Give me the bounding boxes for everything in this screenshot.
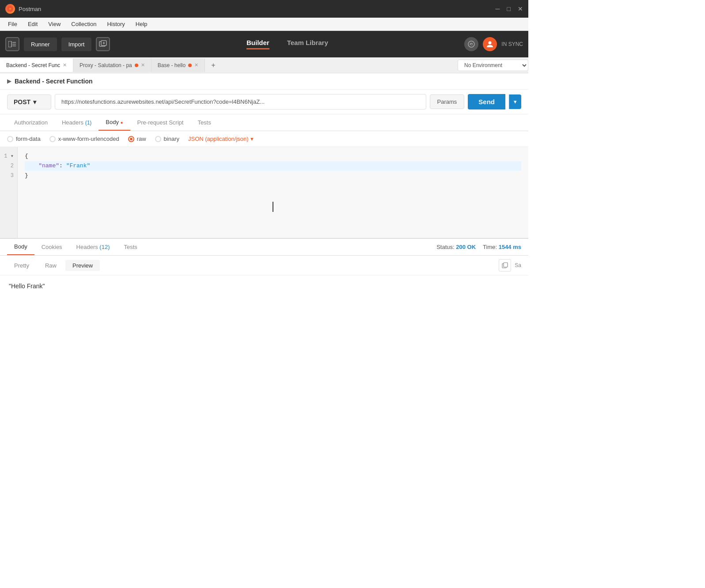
collection-arrow-icon[interactable]: ▶ bbox=[7, 78, 11, 84]
send-dropdown-button[interactable]: ▾ bbox=[509, 94, 521, 109]
radio-urlencoded[interactable]: x-www-form-urlencoded bbox=[49, 136, 119, 142]
response-area: Body Cookies Headers (12) Tests Status: … bbox=[0, 238, 528, 297]
tab-proxy[interactable]: Proxy - Salutation - pa ✕ bbox=[73, 59, 152, 72]
radio-raw[interactable]: raw bbox=[128, 136, 146, 142]
cursor-area: | bbox=[25, 181, 521, 234]
colon: : bbox=[59, 162, 66, 169]
tab-headers[interactable]: Headers (1) bbox=[55, 115, 99, 130]
resp-pretty-tab[interactable]: Pretty bbox=[7, 260, 36, 271]
code-line-1: { bbox=[25, 151, 521, 161]
tab-proxy-label: Proxy - Salutation - pa bbox=[80, 62, 132, 68]
import-button[interactable]: Import bbox=[61, 38, 92, 51]
titlebar-left: Postman bbox=[5, 4, 41, 14]
radio-form-data[interactable]: form-data bbox=[7, 136, 41, 142]
toolbar-right: IN SYNC bbox=[464, 37, 523, 51]
binary-label: binary bbox=[164, 136, 179, 142]
url-input[interactable] bbox=[55, 94, 426, 109]
send-button[interactable]: Send bbox=[468, 94, 505, 109]
toolbar-nav: Builder Team Library bbox=[114, 39, 460, 49]
code-line-3: } bbox=[25, 171, 521, 181]
new-tab-button[interactable] bbox=[96, 37, 110, 51]
request-row: POST ▾ Params Send ▾ bbox=[0, 90, 528, 114]
tab-proxy-close[interactable]: ✕ bbox=[141, 62, 145, 68]
radio-raw-dot bbox=[128, 136, 134, 142]
sidebar-toggle-button[interactable] bbox=[5, 37, 19, 51]
tab-body[interactable]: Body ● bbox=[99, 114, 130, 131]
resp-tab-headers[interactable]: Headers (12) bbox=[69, 239, 117, 255]
code-editor[interactable]: 1 ▾ 2 3 { "name": "Frank" } | bbox=[0, 147, 528, 238]
body-options: form-data x-www-form-urlencoded raw bina… bbox=[0, 131, 528, 147]
resp-body-tabs: Pretty Raw Preview Sa bbox=[0, 256, 528, 275]
tabs-row: Backend - Secret Func ✕ Proxy - Salutati… bbox=[0, 57, 528, 73]
menu-history[interactable]: History bbox=[102, 19, 129, 29]
radio-urlencoded-dot bbox=[49, 136, 56, 142]
sync-icon[interactable] bbox=[464, 37, 478, 51]
menu-collection[interactable]: Collection bbox=[67, 19, 101, 29]
add-tab-button[interactable]: + bbox=[205, 58, 221, 73]
line-arrow-icon: ▾ bbox=[11, 153, 14, 159]
maximize-button[interactable]: □ bbox=[507, 6, 511, 12]
tab-base-close[interactable]: ✕ bbox=[194, 62, 198, 68]
svg-rect-1 bbox=[8, 41, 11, 47]
method-select[interactable]: POST ▾ bbox=[7, 94, 51, 109]
tab-pre-request[interactable]: Pre-request Script bbox=[130, 115, 191, 130]
postman-logo bbox=[5, 4, 15, 14]
tab-base[interactable]: Base - hello ✕ bbox=[152, 59, 205, 72]
status-label: Status: 200 OK bbox=[436, 244, 476, 250]
json-type-dropdown-icon: ▾ bbox=[250, 136, 254, 142]
line-number-2: 2 bbox=[4, 161, 14, 171]
tab-base-dot bbox=[188, 64, 192, 67]
code-value: "Frank" bbox=[66, 162, 91, 169]
app-title: Postman bbox=[19, 6, 41, 12]
minimize-button[interactable]: ─ bbox=[496, 6, 500, 12]
copy-button[interactable] bbox=[499, 259, 511, 271]
tab-authorization[interactable]: Authorization bbox=[7, 115, 55, 130]
menu-view[interactable]: View bbox=[44, 19, 65, 29]
code-line-2: "name": "Frank" bbox=[25, 161, 521, 171]
headers-badge: (1) bbox=[85, 120, 92, 126]
resp-headers-badge: (12) bbox=[99, 244, 110, 250]
raw-label: raw bbox=[137, 136, 146, 142]
menu-help[interactable]: Help bbox=[131, 19, 152, 29]
tab-backend[interactable]: Backend - Secret Func ✕ bbox=[0, 59, 73, 72]
svg-point-10 bbox=[489, 41, 492, 45]
resp-tab-tests[interactable]: Tests bbox=[117, 239, 144, 255]
resp-tab-body[interactable]: Body bbox=[7, 239, 34, 255]
menu-edit[interactable]: Edit bbox=[23, 19, 42, 29]
save-label[interactable]: Sa bbox=[515, 262, 521, 268]
tab-proxy-dot bbox=[135, 64, 138, 67]
tab-base-label: Base - hello bbox=[158, 62, 186, 68]
runner-button[interactable]: Runner bbox=[24, 38, 57, 51]
close-button[interactable]: ✕ bbox=[518, 6, 523, 12]
text-cursor-icon: | bbox=[270, 202, 276, 212]
user-avatar[interactable] bbox=[483, 37, 497, 51]
json-type-select[interactable]: JSON (application/json) ▾ bbox=[188, 136, 254, 142]
status-value: 200 OK bbox=[456, 244, 476, 250]
collection-name: Backend - Secret Function bbox=[15, 78, 93, 85]
svg-rect-12 bbox=[504, 263, 508, 267]
opening-brace: { bbox=[25, 153, 28, 159]
tab-tests[interactable]: Tests bbox=[190, 115, 218, 130]
closing-brace: } bbox=[25, 172, 28, 179]
time-value: 1544 ms bbox=[499, 244, 521, 250]
environment-select[interactable]: No Environment bbox=[458, 60, 528, 71]
code-content[interactable]: { "name": "Frank" } | bbox=[18, 147, 528, 238]
method-label: POST bbox=[14, 98, 30, 106]
resp-preview-tab[interactable]: Preview bbox=[65, 260, 100, 271]
radio-binary[interactable]: binary bbox=[155, 136, 179, 142]
code-key: "name" bbox=[38, 162, 59, 169]
tab-backend-close[interactable]: ✕ bbox=[63, 62, 67, 68]
line-number-1: 1 ▾ bbox=[4, 151, 14, 161]
params-button[interactable]: Params bbox=[430, 94, 465, 109]
builder-tab[interactable]: Builder bbox=[246, 39, 269, 49]
menu-file[interactable]: File bbox=[4, 19, 22, 29]
request-tabs: Authorization Headers (1) Body ● Pre-req… bbox=[0, 114, 528, 131]
svg-point-9 bbox=[468, 41, 474, 47]
resp-tab-cookies[interactable]: Cookies bbox=[34, 239, 69, 255]
response-body-text: "Hello Frank" bbox=[9, 283, 45, 290]
time-label: Time: 1544 ms bbox=[483, 244, 521, 250]
sync-label: IN SYNC bbox=[501, 41, 523, 47]
menubar: File Edit View Collection History Help bbox=[0, 18, 528, 31]
team-library-tab[interactable]: Team Library bbox=[287, 39, 328, 49]
resp-raw-tab[interactable]: Raw bbox=[38, 260, 64, 271]
